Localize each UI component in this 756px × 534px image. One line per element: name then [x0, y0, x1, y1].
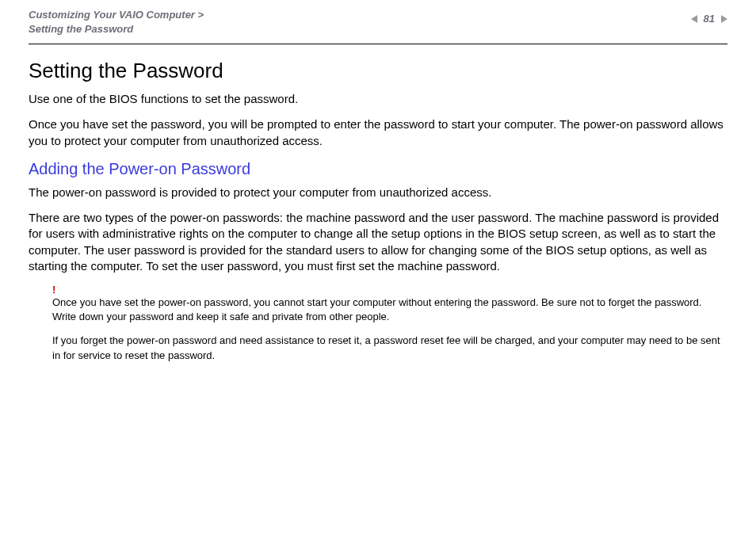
- section-paragraph-1: The power-on password is provided to pro…: [29, 185, 727, 200]
- next-page-icon[interactable]: [720, 15, 727, 23]
- header-rule: [29, 44, 727, 44]
- section-paragraph-2: There are two types of the power-on pass…: [29, 210, 727, 274]
- intro-paragraph-1: Use one of the BIOS functions to set the…: [29, 91, 727, 107]
- breadcrumb: Customizing Your VAIO Computer > Setting…: [29, 8, 204, 36]
- page-navigator: 81: [691, 13, 727, 25]
- breadcrumb-line-2: Setting the Password: [29, 22, 204, 36]
- svg-marker-1: [721, 15, 727, 23]
- warning-text-1: Once you have set the power-on password,…: [52, 296, 727, 324]
- prev-page-icon[interactable]: [691, 15, 699, 23]
- intro-paragraph-2: Once you have set the password, you will…: [29, 116, 727, 149]
- warning-note: ! Once you have set the power-on passwor…: [29, 284, 727, 363]
- page-number: 81: [704, 13, 715, 25]
- warning-text-2: If you forget the power-on password and …: [52, 334, 727, 362]
- svg-marker-0: [691, 15, 697, 23]
- section-heading: Adding the Power-on Password: [29, 160, 727, 178]
- document-page: Customizing Your VAIO Computer > Setting…: [0, 0, 756, 388]
- warning-icon: !: [52, 284, 727, 296]
- page-header: Customizing Your VAIO Computer > Setting…: [29, 8, 727, 40]
- breadcrumb-line-1: Customizing Your VAIO Computer >: [29, 8, 204, 22]
- page-title: Setting the Password: [29, 59, 727, 83]
